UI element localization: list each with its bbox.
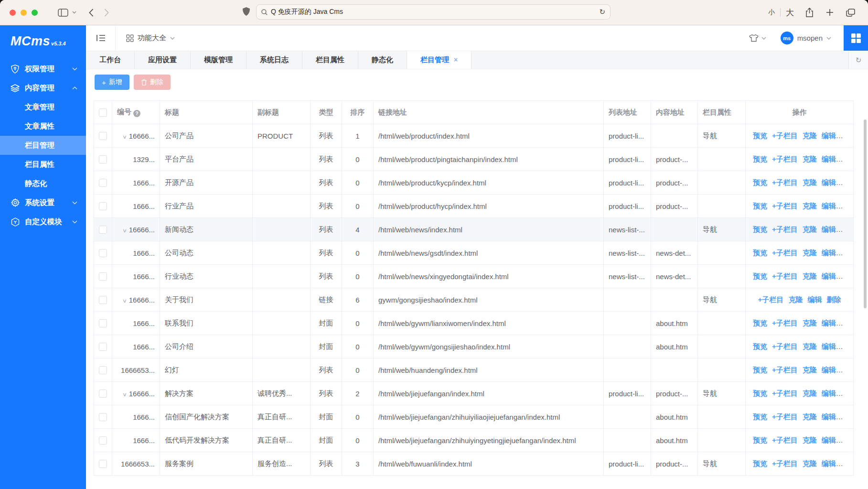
page-tab[interactable]: 系统日志 [246, 51, 302, 69]
action-link[interactable]: 克隆 [803, 178, 817, 186]
row-checkbox[interactable] [99, 343, 107, 351]
action-link[interactable]: 编辑 [822, 131, 836, 140]
row-checkbox[interactable] [99, 132, 107, 140]
user-menu-trigger[interactable]: ms msopen [781, 32, 831, 44]
action-link[interactable]: +子栏目 [772, 249, 798, 257]
refresh-tab-icon[interactable]: ↻ [848, 51, 868, 69]
action-link[interactable]: 克隆 [803, 202, 817, 210]
action-link[interactable]: 编辑 [822, 459, 836, 467]
select-all-checkbox[interactable] [99, 109, 107, 117]
sidebar-item-article-manage[interactable]: 文章管理 [0, 98, 86, 117]
page-tab[interactable]: 应用设置 [135, 51, 191, 69]
row-checkbox[interactable] [99, 226, 107, 234]
action-link[interactable]: 克隆 [803, 131, 817, 140]
sidebar-item-content[interactable]: 内容管理 [0, 78, 86, 98]
minimize-window-button[interactable] [21, 10, 27, 16]
action-link[interactable]: 编辑 [822, 342, 836, 350]
collapse-sidebar-icon[interactable] [86, 25, 115, 51]
forward-button[interactable] [104, 9, 109, 17]
row-checkbox[interactable] [99, 272, 107, 281]
action-link[interactable]: 预览 [753, 389, 767, 397]
sidebar-chevron-icon[interactable] [72, 11, 76, 14]
action-link[interactable]: +子栏目 [772, 389, 798, 397]
reload-icon[interactable]: ↻ [599, 8, 605, 16]
action-link[interactable]: 克隆 [803, 413, 817, 421]
action-link[interactable]: 克隆 [803, 436, 817, 444]
row-checkbox[interactable] [99, 413, 107, 421]
browser-sidebar-toggle-icon[interactable] [58, 9, 68, 17]
action-link[interactable]: 克隆 [803, 342, 817, 350]
action-link[interactable]: 预览 [753, 131, 767, 140]
sidebar-item-category-attr[interactable]: 栏目属性 [0, 155, 86, 174]
action-link[interactable]: 克隆 [803, 155, 817, 163]
row-checkbox[interactable] [99, 390, 107, 398]
app-menu-trigger[interactable]: 功能大全 [126, 33, 175, 43]
action-link[interactable]: 克隆 [803, 459, 817, 467]
action-link[interactable]: 克隆 [803, 225, 817, 233]
action-link[interactable]: +子栏目 [772, 366, 798, 374]
action-link[interactable]: 编辑 [807, 295, 822, 304]
action-link[interactable]: 编辑 [822, 272, 836, 280]
action-link[interactable]: +子栏目 [772, 225, 798, 233]
action-link[interactable]: 预览 [753, 459, 767, 467]
action-link[interactable]: 克隆 [803, 389, 817, 397]
tab-overview-icon[interactable] [840, 9, 861, 17]
action-link[interactable]: 编辑 [822, 319, 836, 327]
delete-button[interactable]: 删除 [134, 75, 171, 90]
action-link[interactable]: 克隆 [803, 272, 817, 280]
sidebar-item-article-attr[interactable]: 文章属性 [0, 117, 86, 136]
action-link[interactable]: 预览 [753, 366, 767, 374]
action-link[interactable]: 预览 [753, 249, 767, 257]
action-link[interactable]: 编辑 [822, 413, 836, 421]
action-link[interactable]: +子栏目 [772, 413, 798, 421]
action-link[interactable]: 克隆 [803, 366, 817, 374]
action-link[interactable]: 删除 [826, 295, 841, 304]
text-larger-button[interactable]: 大 [781, 7, 799, 18]
action-link[interactable]: 编辑 [822, 249, 836, 257]
theme-switch-trigger[interactable] [749, 34, 766, 42]
address-bar[interactable]: Q 免疫开源的 Java Cms ↻ [256, 4, 611, 20]
row-checkbox[interactable] [99, 436, 107, 445]
action-link[interactable]: 预览 [753, 202, 767, 210]
action-link[interactable]: 编辑 [822, 366, 836, 374]
sidebar-item-custom-module[interactable]: 自定义模块 [0, 212, 86, 231]
sidebar-item-category-manage[interactable]: 栏目管理 [0, 136, 86, 155]
sidebar-item-system[interactable]: 系统设置 [0, 193, 86, 212]
action-link[interactable]: 编辑 [822, 155, 836, 163]
action-link[interactable]: 编辑 [822, 178, 836, 186]
action-link[interactable]: 预览 [753, 319, 767, 327]
row-checkbox[interactable] [99, 155, 107, 163]
action-link[interactable]: +子栏目 [772, 131, 798, 140]
action-link[interactable]: 预览 [753, 155, 767, 163]
page-tab[interactable]: 工作台 [86, 51, 135, 69]
expand-caret-icon[interactable]: ∨ [122, 391, 127, 398]
action-link[interactable]: 编辑 [822, 225, 836, 233]
action-link[interactable]: +子栏目 [772, 202, 798, 210]
action-link[interactable]: +子栏目 [772, 459, 798, 467]
action-link[interactable]: +子栏目 [772, 272, 798, 280]
expand-caret-icon[interactable]: ∨ [122, 134, 127, 140]
page-tab[interactable]: 栏目管理× [407, 51, 472, 69]
action-link[interactable]: 克隆 [788, 295, 803, 304]
zoom-window-button[interactable] [32, 10, 38, 16]
action-link[interactable]: 编辑 [822, 202, 836, 210]
action-link[interactable]: +子栏目 [772, 178, 798, 186]
action-link[interactable]: +子栏目 [758, 295, 784, 304]
row-checkbox[interactable] [99, 296, 107, 304]
add-button[interactable]: + 新增 [95, 75, 129, 90]
sidebar-item-permission[interactable]: 权限管理 [0, 59, 86, 78]
page-tab[interactable]: 模版管理 [191, 51, 246, 69]
back-button[interactable] [89, 9, 94, 17]
expand-caret-icon[interactable]: ∨ [122, 228, 127, 234]
action-link[interactable]: +子栏目 [772, 436, 798, 444]
row-checkbox[interactable] [99, 249, 107, 257]
action-link[interactable]: +子栏目 [772, 319, 798, 327]
close-window-button[interactable] [10, 10, 16, 16]
action-link[interactable]: 预览 [753, 436, 767, 444]
action-link[interactable]: 预览 [753, 413, 767, 421]
action-link[interactable]: 预览 [753, 342, 767, 350]
new-tab-icon[interactable] [820, 9, 840, 16]
sidebar-item-static[interactable]: 静态化 [0, 174, 86, 193]
action-link[interactable]: 克隆 [803, 249, 817, 257]
row-checkbox[interactable] [99, 366, 107, 374]
